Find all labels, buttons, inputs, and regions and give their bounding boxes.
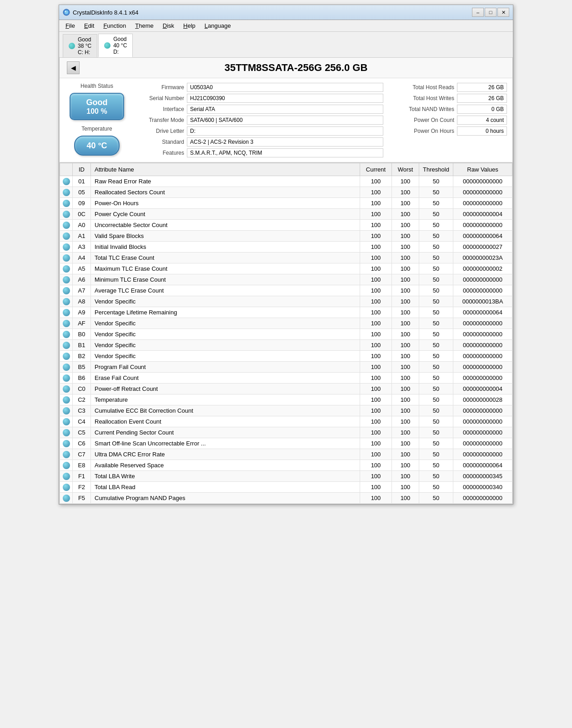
row-id: B1 xyxy=(73,340,91,351)
smart-status-icon xyxy=(63,385,70,393)
row-id: C0 xyxy=(73,384,91,394)
smart-status-icon xyxy=(63,473,70,480)
menu-help[interactable]: Help xyxy=(180,21,199,30)
row-threshold: 50 xyxy=(419,253,453,263)
row-raw: 000000000000 xyxy=(453,285,512,296)
menu-language[interactable]: Language xyxy=(201,21,235,30)
close-button[interactable]: ✕ xyxy=(497,8,509,17)
row-raw: 000000000064 xyxy=(453,460,512,471)
info-section: Health Status Good 100 % Temperature 40 … xyxy=(60,78,512,162)
row-worst: 100 xyxy=(392,416,419,427)
features-label: Features xyxy=(134,150,184,156)
row-attr-name: Power-On Hours xyxy=(91,198,360,209)
row-attr-name: Average TLC Erase Count xyxy=(91,285,360,296)
row-current: 100 xyxy=(360,318,392,329)
table-row: 09 Power-On Hours 100 100 50 00000000000… xyxy=(60,198,512,209)
row-current: 100 xyxy=(360,231,392,242)
drive-tab-D[interactable]: Good 40 °C D: xyxy=(98,34,133,57)
row-attr-name: Vendor Specific xyxy=(91,329,360,340)
serial-value: HJ21C090390 xyxy=(187,94,383,103)
row-icon-cell xyxy=(60,307,73,318)
total-host-writes-label: Total Host Writes xyxy=(413,95,454,101)
row-worst: 100 xyxy=(392,263,419,274)
row-attr-name: Cumulative Program NAND Pages xyxy=(91,493,360,504)
row-id: C7 xyxy=(73,449,91,460)
table-row: A3 Initial Invalid Blocks 100 100 50 000… xyxy=(60,242,512,253)
svg-point-2 xyxy=(65,11,66,12)
drive-tab-C[interactable]: Good 38 °C C: H: xyxy=(63,34,97,57)
row-worst: 100 xyxy=(392,482,419,493)
row-worst: 100 xyxy=(392,318,419,329)
menu-function[interactable]: Function xyxy=(100,21,130,30)
standard-label: Standard xyxy=(134,139,184,145)
features-row: Features S.M.A.R.T., APM, NCQ, TRIM xyxy=(134,148,383,157)
smart-table-container[interactable]: ID Attribute Name Current Worst Threshol… xyxy=(60,162,512,504)
health-panel: Health Status Good 100 % Temperature 40 … xyxy=(65,83,129,157)
row-raw: 000000000345 xyxy=(453,471,512,482)
row-worst: 100 xyxy=(392,220,419,231)
smart-table-body: 01 Raw Read Error Rate 100 100 50 000000… xyxy=(60,176,512,504)
table-row: 0C Power Cycle Count 100 100 50 00000000… xyxy=(60,209,512,220)
row-threshold: 50 xyxy=(419,384,453,394)
row-current: 100 xyxy=(360,384,392,394)
row-current: 100 xyxy=(360,198,392,209)
row-id: C5 xyxy=(73,427,91,438)
total-nand-writes-label: Total NAND Writes xyxy=(409,106,454,112)
row-icon-cell xyxy=(60,416,73,427)
menu-bar: File Edit Function Theme Disk Help Langu… xyxy=(59,20,513,32)
row-threshold: 50 xyxy=(419,176,453,187)
menu-file[interactable]: File xyxy=(62,21,79,30)
window-title: CrystalDiskInfo 8.4.1 x64 xyxy=(73,9,139,16)
table-row: A0 Uncorrectable Sector Count 100 100 50… xyxy=(60,220,512,231)
row-id: C2 xyxy=(73,394,91,405)
row-current: 100 xyxy=(360,438,392,449)
row-current: 100 xyxy=(360,493,392,504)
row-current: 100 xyxy=(360,187,392,198)
smart-status-icon xyxy=(63,342,70,349)
row-threshold: 50 xyxy=(419,373,453,384)
table-row: F5 Cumulative Program NAND Pages 100 100… xyxy=(60,493,512,504)
row-raw: 000000000064 xyxy=(453,231,512,242)
maximize-button[interactable]: □ xyxy=(485,8,497,17)
row-worst: 100 xyxy=(392,187,419,198)
row-icon-cell xyxy=(60,231,73,242)
row-threshold: 50 xyxy=(419,493,453,504)
smart-status-icon xyxy=(63,233,70,240)
row-raw: 000000000000 xyxy=(453,438,512,449)
row-threshold: 50 xyxy=(419,329,453,340)
nav-back-button[interactable]: ◀ xyxy=(67,61,80,74)
table-row: A5 Maximum TLC Erase Count 100 100 50 00… xyxy=(60,263,512,274)
row-id: B6 xyxy=(73,373,91,384)
row-attr-name: Vendor Specific xyxy=(91,351,360,362)
row-attr-name: Raw Read Error Rate xyxy=(91,176,360,187)
row-worst: 100 xyxy=(392,198,419,209)
menu-edit[interactable]: Edit xyxy=(80,21,98,30)
title-controls: – □ ✕ xyxy=(472,8,509,17)
table-row: 01 Raw Read Error Rate 100 100 50 000000… xyxy=(60,176,512,187)
row-threshold: 50 xyxy=(419,405,453,416)
smart-status-icon xyxy=(63,243,70,251)
row-id: B0 xyxy=(73,329,91,340)
transfer-mode-value: SATA/600 | SATA/600 xyxy=(187,116,383,125)
total-host-reads-value: 26 GB xyxy=(457,83,507,92)
row-icon-cell xyxy=(60,460,73,471)
menu-disk[interactable]: Disk xyxy=(159,21,178,30)
row-id: F2 xyxy=(73,482,91,493)
row-raw: 000000000027 xyxy=(453,242,512,253)
row-raw: 000000000000 xyxy=(453,220,512,231)
row-id: B2 xyxy=(73,351,91,362)
table-row: B2 Vendor Specific 100 100 50 0000000000… xyxy=(60,351,512,362)
row-attr-name: Available Reserved Space xyxy=(91,460,360,471)
row-worst: 100 xyxy=(392,373,419,384)
minimize-button[interactable]: – xyxy=(472,8,484,17)
table-row: C4 Reallocation Event Count 100 100 50 0… xyxy=(60,416,512,427)
row-icon-cell xyxy=(60,438,73,449)
firmware-value: U0503A0 xyxy=(187,83,383,92)
row-id: C3 xyxy=(73,405,91,416)
row-worst: 100 xyxy=(392,384,419,394)
menu-theme[interactable]: Theme xyxy=(131,21,157,30)
row-raw: 000000000000 xyxy=(453,493,512,504)
total-host-writes-row: Total Host Writes 26 GB xyxy=(389,94,507,103)
smart-status-icon xyxy=(63,495,70,502)
table-row: B0 Vendor Specific 100 100 50 0000000000… xyxy=(60,329,512,340)
